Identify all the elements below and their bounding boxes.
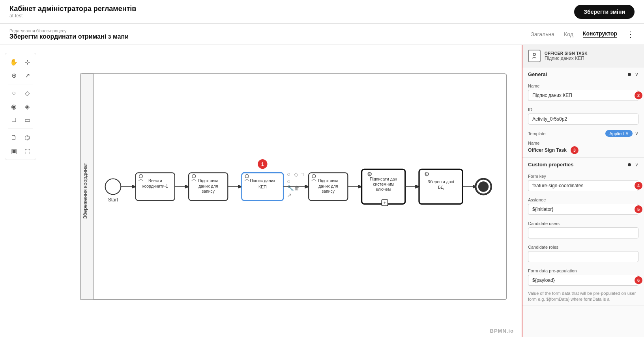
assignee-input[interactable] xyxy=(528,204,638,215)
candidate-users-input[interactable] xyxy=(528,227,638,238)
template-controls: Applied ∨ ∨ xyxy=(605,130,638,137)
svg-text:+: + xyxy=(383,200,386,206)
form-key-group: Form key 4 xyxy=(522,171,644,195)
svg-text:○: ○ xyxy=(287,171,290,177)
template-name-label: Name xyxy=(528,141,638,145)
svg-text:◇: ◇ xyxy=(294,171,298,177)
template-name-value-row: Officer Sign Task 3 xyxy=(528,146,638,154)
main-layout: ✋ ⊹ ⊕ ↗ ○ ◇ ◉ ◈ □ ▭ 🗋 ⌬ xyxy=(0,45,644,337)
right-panel: OFFICER SIGN TASK Підпис даних КЕП Gener… xyxy=(522,45,644,337)
form-data-description: Value of the form data that will be pre-… xyxy=(522,290,644,305)
template-applied-badge[interactable]: Applied ∨ xyxy=(605,130,633,137)
name-badge: 2 xyxy=(635,91,642,99)
app-subtitle: at-test xyxy=(9,13,136,19)
template-label: Template xyxy=(528,131,546,136)
svg-point-3 xyxy=(105,179,121,195)
svg-text:запису: запису xyxy=(202,189,215,194)
candidate-roles-input[interactable] xyxy=(528,251,638,262)
form-data-badge: 6 xyxy=(635,276,642,284)
tab-constructor[interactable]: Конструктор xyxy=(583,30,617,38)
header-title: Кабінет адміністратора регламентів at-te… xyxy=(9,5,136,19)
form-data-wrapper: 6 xyxy=(528,275,638,286)
svg-text:даних для: даних для xyxy=(198,184,218,188)
template-name-badge: 3 xyxy=(571,146,578,154)
general-section-title: General xyxy=(528,71,547,77)
svg-text:🗑: 🗑 xyxy=(294,185,300,191)
svg-text:Підписати дан: Підписати дан xyxy=(370,177,397,181)
custom-section-header-right: ∨ xyxy=(628,162,638,168)
panel-body: General ∨ Name 2 ID xyxy=(522,67,644,337)
svg-text:координати-1: координати-1 xyxy=(142,184,168,188)
app-title: Кабінет адміністратора регламентів xyxy=(9,5,136,13)
id-input[interactable] xyxy=(528,114,638,125)
tab-general[interactable]: Загальна xyxy=(531,31,554,37)
name-input-wrapper: 2 xyxy=(528,90,638,101)
svg-text:системним: системним xyxy=(373,182,394,186)
form-data-input[interactable] xyxy=(528,275,638,286)
template-collapse-chevron[interactable]: ∨ xyxy=(635,131,638,136)
custom-section-header-left: Custom properties xyxy=(528,162,574,168)
svg-text:Внести: Внести xyxy=(148,179,162,183)
name-input[interactable] xyxy=(528,90,638,101)
template-chevron-icon: ∨ xyxy=(625,131,629,136)
section-custom-properties: Custom properties ∨ Form key 4 xyxy=(522,158,644,305)
candidate-users-label: Candidate users xyxy=(528,221,638,226)
assignee-group: Assignee 5 xyxy=(522,195,644,219)
panel-header: OFFICER SIGN TASK Підпис даних КЕП xyxy=(522,45,644,67)
tab-code[interactable]: Код xyxy=(564,31,573,37)
svg-text:запису: запису xyxy=(322,189,335,194)
section-general: General ∨ Name 2 ID xyxy=(522,67,644,158)
svg-text:Підготовка: Підготовка xyxy=(318,179,339,183)
canvas-area[interactable]: ✋ ⊹ ⊕ ↗ ○ ◇ ◉ ◈ □ ▭ 🗋 ⌬ xyxy=(0,45,522,337)
svg-text:БД: БД xyxy=(438,185,444,190)
svg-text:Збереження координат: Збереження координат xyxy=(82,163,88,219)
svg-point-52 xyxy=(478,181,489,192)
general-chevron: ∨ xyxy=(635,72,638,77)
custom-chevron: ∨ xyxy=(635,162,638,168)
svg-text:□: □ xyxy=(301,172,304,177)
candidate-roles-label: Candidate roles xyxy=(528,245,638,249)
section-header-left: General xyxy=(528,71,547,77)
candidate-users-group: Candidate users xyxy=(522,219,644,242)
section-header-right: ∨ xyxy=(628,72,638,77)
name-field-group: Name 2 xyxy=(522,81,644,105)
breadcrumb: Редагування бізнес-процесу xyxy=(9,28,129,33)
form-key-badge: 4 xyxy=(635,182,642,190)
svg-text:Підготовка: Підготовка xyxy=(198,179,219,183)
more-menu-icon[interactable]: ⋮ xyxy=(627,30,635,39)
name-label: Name xyxy=(528,84,638,88)
svg-text:○: ○ xyxy=(287,178,290,184)
svg-text:Підпис даних: Підпис даних xyxy=(250,179,275,183)
svg-text:↗: ↗ xyxy=(287,192,292,198)
sub-header-left: Редагування бізнес-процесу Зберегти коор… xyxy=(9,28,129,40)
form-data-group: Form data pre-population 6 xyxy=(522,266,644,290)
bpmn-diagram[interactable]: Збереження координат Start Внести коорди… xyxy=(0,45,522,337)
svg-text:⚙: ⚙ xyxy=(424,171,429,177)
svg-text:Зберегти дані: Зберегти дані xyxy=(428,180,454,184)
app-header: Кабінет адміністратора регламентів at-te… xyxy=(0,0,644,24)
panel-task-icon xyxy=(528,50,541,62)
section-general-header[interactable]: General ∨ xyxy=(522,67,644,81)
panel-task-type: OFFICER SIGN TASK xyxy=(545,51,588,56)
process-title: Зберегти координати отримані з мапи xyxy=(9,33,129,40)
svg-point-53 xyxy=(533,53,535,56)
bpmn-io-label: BPMN.io xyxy=(490,328,514,334)
template-badge-text: Applied xyxy=(609,131,624,136)
svg-text:даних для: даних для xyxy=(318,184,338,188)
template-name-row: Name Officer Sign Task 3 xyxy=(522,140,644,157)
svg-text:1: 1 xyxy=(261,161,264,167)
panel-header-text: OFFICER SIGN TASK Підпис даних КЕП xyxy=(545,51,588,61)
save-button[interactable]: Зберегти зміни xyxy=(574,5,635,19)
template-name-value: Officer Sign Task xyxy=(528,147,567,153)
candidate-roles-group: Candidate roles xyxy=(522,242,644,266)
assignee-label: Assignee xyxy=(528,197,638,202)
form-key-input[interactable] xyxy=(528,180,638,191)
sub-header: Редагування бізнес-процесу Зберегти коор… xyxy=(0,24,644,45)
custom-section-title: Custom properties xyxy=(528,162,574,168)
section-custom-header[interactable]: Custom properties ∨ xyxy=(522,158,644,171)
svg-text:Start: Start xyxy=(108,197,118,203)
template-row: Template Applied ∨ ∨ xyxy=(522,128,644,140)
general-dot xyxy=(628,73,631,76)
custom-dot xyxy=(628,163,631,166)
form-data-label: Form data pre-population xyxy=(528,268,638,273)
